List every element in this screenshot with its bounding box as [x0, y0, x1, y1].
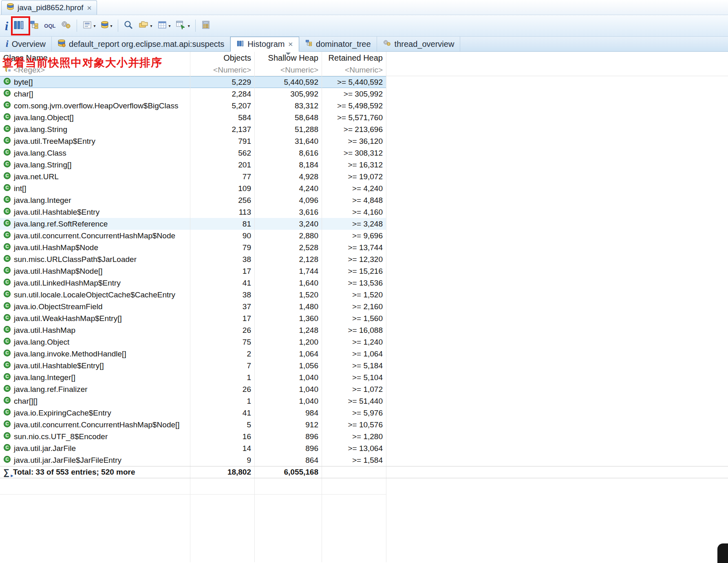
table-row[interactable]: C java.lang.Integer[] 1 1,040 >= 5,104: [0, 372, 728, 383]
query-browser-button[interactable]: ▾: [80, 18, 98, 34]
table-row[interactable]: C java.lang.String[] 201 8,184 >= 16,312: [0, 159, 728, 171]
class-icon: C: [3, 148, 11, 158]
class-icon: C: [3, 255, 11, 264]
table-row[interactable]: C java.lang.Object 75 1,200 >= 1,240: [0, 336, 728, 348]
thread-overview-button[interactable]: [58, 18, 74, 34]
tab-dominator-tree[interactable]: dominator_tree: [299, 37, 377, 51]
table-row[interactable]: C java.lang.invoke.MethodHandle[] 2 1,06…: [0, 348, 728, 360]
shallow-heap-value: 83,312: [255, 100, 322, 112]
shallow-heap-value: 4,240: [255, 183, 322, 194]
class-name-label: java.io.ExpiringCache$Entry: [14, 409, 111, 418]
class-name-label: java.util.jar.JarFile$JarFileEntry: [14, 456, 121, 465]
table-row[interactable]: C java.lang.Integer 256 4,096 >= 4,848: [0, 194, 728, 206]
class-icon: C: [3, 455, 11, 465]
table-row[interactable]: C java.lang.String 2,137 51,288 >= 213,6…: [0, 123, 728, 135]
export-button[interactable]: ▾: [173, 18, 192, 34]
class-icon: C: [3, 325, 11, 335]
svg-text:C: C: [6, 457, 9, 462]
table-row[interactable]: C sun.util.locale.LocaleObjectCache$Cach…: [0, 289, 728, 301]
table-row[interactable]: C java.util.HashMap 26 1,248 >= 16,088: [0, 324, 728, 336]
retained-heap-value: >= 5,184: [322, 360, 386, 372]
table-row[interactable]: C java.lang.Class 562 8,616 >= 308,312: [0, 147, 728, 159]
retained-heap-value: >= 2,160: [322, 301, 386, 312]
class-name-label: java.util.concurrent.ConcurrentHashMap$N…: [14, 231, 175, 240]
table-row[interactable]: C com.song.jvm.overflow.HeapOverflow$Big…: [0, 100, 728, 112]
class-name-label: char[][]: [14, 397, 38, 406]
retained-heap-value: >= 308,312: [322, 147, 386, 159]
table-row[interactable]: C java.util.concurrent.ConcurrentHashMap…: [0, 419, 728, 431]
overview-button[interactable]: i: [2, 18, 11, 34]
class-name-label: sun.nio.cs.UTF_8$Encoder: [14, 432, 108, 441]
table-row[interactable]: C java.util.concurrent.ConcurrentHashMap…: [0, 230, 728, 242]
table-row[interactable]: C int[] 109 4,240 >= 4,240: [0, 183, 728, 194]
tab-label: dominator_tree: [316, 40, 371, 49]
objects-value: 2,137: [190, 123, 255, 135]
table-row[interactable]: C java.util.jar.JarFile$JarFileEntry 9 8…: [0, 454, 728, 466]
column-header-retained-heap[interactable]: Retained Heap: [322, 52, 386, 64]
retained-heap-value: >= 16,088: [322, 324, 386, 336]
table-row[interactable]: C java.util.Hashtable$Entry[] 7 1,056 >=…: [0, 360, 728, 372]
class-icon: C: [3, 385, 11, 394]
class-icon: C: [3, 408, 11, 418]
class-icon: C: [3, 278, 11, 288]
table-row[interactable]: C java.util.HashMap$Node[] 17 1,744 >= 1…: [0, 265, 728, 277]
retained-heap-value: >= 13,536: [322, 277, 386, 289]
table-row[interactable]: C char[][] 1 1,040 >= 51,440: [0, 395, 728, 407]
search-button[interactable]: [121, 18, 136, 34]
shallow-heap-value: 8,616: [255, 147, 322, 159]
class-icon: C: [3, 184, 11, 194]
class-name-label: com.song.jvm.overflow.HeapOverflow$BigCl…: [14, 101, 178, 110]
editor-tab-heap-dump[interactable]: java_pid8652.hprof ✕: [1, 0, 97, 15]
class-name-label: sun.util.locale.LocaleObjectCache$CacheE…: [14, 290, 175, 299]
oql-button[interactable]: OQL: [42, 18, 58, 34]
table-row[interactable]: C java.lang.ref.Finalizer 26 1,040 >= 1,…: [0, 383, 728, 395]
chevron-down-icon: ▾: [110, 24, 113, 28]
tab-overview[interactable]: i Overview: [0, 37, 52, 51]
objects-value: 5,229: [190, 76, 255, 88]
table-row[interactable]: C java.util.WeakHashMap$Entry[] 17 1,360…: [0, 312, 728, 324]
class-icon: C: [3, 89, 11, 99]
class-name-label: java.lang.Integer: [14, 196, 71, 205]
table-row[interactable]: C java.util.jar.JarFile 14 896 >= 13,064: [0, 442, 728, 454]
close-icon[interactable]: ✕: [87, 5, 92, 11]
objects-value: 26: [190, 383, 255, 395]
tab-thread-overview[interactable]: thread_overview: [377, 37, 461, 51]
table-row[interactable]: C java.util.HashMap$Node 79 2,528 >= 13,…: [0, 242, 728, 253]
close-icon[interactable]: ✕: [288, 41, 293, 47]
table-row[interactable]: C java.lang.Object[] 584 58,648 >= 5,571…: [0, 112, 728, 123]
table-row[interactable]: C sun.misc.URLClassPath$JarLoader 38 2,1…: [0, 253, 728, 265]
chevron-down-icon: ▾: [150, 24, 152, 28]
tab-histogram[interactable]: Histogram ✕: [230, 37, 299, 52]
retained-heap-filter-input[interactable]: <Numeric>: [322, 64, 386, 76]
class-name-label: java.lang.Object: [14, 338, 69, 347]
objects-filter-input[interactable]: <Numeric>: [190, 64, 255, 76]
class-name-label: java.lang.ref.SoftReference: [14, 220, 108, 229]
svg-text:C: C: [6, 150, 9, 154]
acquire-heap-dump-button[interactable]: ▾: [98, 18, 115, 34]
table-row[interactable]: C java.util.TreeMap$Entry 791 31,640 >= …: [0, 135, 728, 147]
customize-table-button[interactable]: ▾: [155, 18, 173, 34]
column-header-objects[interactable]: Objects: [190, 52, 255, 64]
table-row[interactable]: C byte[] 5,229 5,440,592 >= 5,440,592: [0, 76, 728, 88]
table-row[interactable]: C java.net.URL 77 4,928 >= 19,072: [0, 171, 728, 183]
class-name-label: java.util.TreeMap$Entry: [14, 137, 95, 146]
table-row[interactable]: C java.io.ExpiringCache$Entry 41 984 >= …: [0, 407, 728, 419]
table-row[interactable]: C java.util.Hashtable$Entry 113 3,616 >=…: [0, 206, 728, 218]
calculator-button[interactable]: [199, 18, 213, 34]
objects-value: 9: [190, 454, 255, 466]
shallow-heap-filter-input[interactable]: <Numeric>: [255, 64, 322, 76]
group-by-button[interactable]: ▾: [136, 18, 155, 34]
editor-tab-bar: java_pid8652.hprof ✕: [0, 0, 728, 15]
table-row[interactable]: C java.io.ObjectStreamField 37 1,480 >= …: [0, 301, 728, 312]
shallow-heap-value: 3,240: [255, 218, 322, 230]
class-name-label: java.lang.String[]: [14, 161, 72, 169]
tab-default-report[interactable]: default_report org.eclipse.mat.api:suspe…: [52, 37, 230, 51]
table-row[interactable]: C char[] 2,284 305,992 >= 305,992: [0, 88, 728, 100]
svg-text:C: C: [6, 398, 9, 402]
header-empty-cell: [386, 52, 728, 64]
grid-line: [0, 494, 386, 495]
table-row[interactable]: C sun.nio.cs.UTF_8$Encoder 16 896 >= 1,2…: [0, 431, 728, 442]
sort-indicator-icon: [286, 53, 291, 55]
table-row[interactable]: C java.lang.ref.SoftReference 81 3,240 >…: [0, 218, 728, 230]
table-row[interactable]: C java.util.LinkedHashMap$Entry 41 1,640…: [0, 277, 728, 289]
